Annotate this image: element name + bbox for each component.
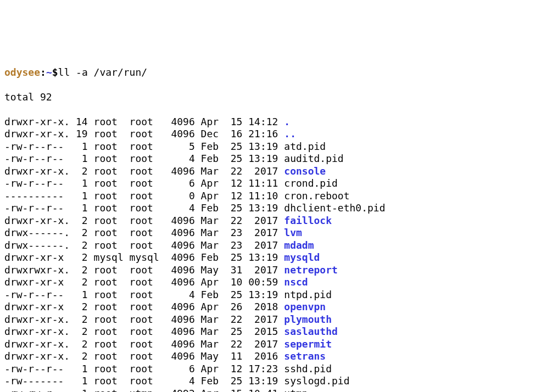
prompt-line-1: odysee:~$ll -a /var/run/: [4, 66, 543, 79]
col-day: 25: [225, 289, 243, 301]
file-name: dhclient-eth0.pid: [284, 202, 385, 215]
col-perms: drwxr-xr-x.: [4, 313, 70, 326]
col-time: 2017: [242, 239, 278, 252]
col-links: 1: [70, 153, 88, 165]
col-time: 13:19: [242, 202, 278, 215]
col-owner: root: [94, 375, 130, 388]
col-day: 12: [225, 177, 243, 190]
col-size: 4096: [165, 128, 195, 141]
col-month: Apr: [201, 301, 225, 313]
col-links: 1: [70, 202, 88, 215]
col-time: 13:19: [242, 141, 278, 153]
col-time: 13:19: [242, 289, 278, 301]
col-group: root: [130, 313, 165, 326]
col-month: Mar: [201, 215, 225, 227]
col-size: 4096: [165, 239, 195, 252]
listing-row: -rw-r--r--1 rootroot4 Feb2513:19 auditd.…: [4, 153, 543, 165]
col-month: Feb: [201, 141, 225, 153]
col-perms: drwxr-xr-x: [4, 251, 70, 264]
col-month: Apr: [201, 116, 225, 128]
col-links: 2: [70, 276, 88, 289]
col-day: 10: [225, 276, 243, 289]
col-perms: drwxr-xr-x.: [4, 350, 70, 363]
col-month: Apr: [201, 177, 225, 190]
col-size: 6: [165, 363, 195, 376]
col-time: 2016: [242, 350, 278, 363]
col-owner: root: [94, 227, 130, 239]
prompt-host: odysee: [4, 66, 40, 78]
col-time: 13:19: [242, 153, 278, 165]
listing-row: drwxr-xr-x.2 rootroot4096 Mar222017 sepe…: [4, 338, 543, 351]
file-name: auditd.pid: [284, 153, 343, 165]
col-day: 15: [225, 116, 243, 128]
file-name: crond.pid: [284, 177, 338, 190]
col-group: root: [130, 202, 165, 215]
col-links: 2: [70, 215, 88, 227]
col-month: Feb: [201, 202, 225, 215]
col-owner: root: [94, 313, 130, 326]
directory-name: mdadm: [284, 239, 314, 252]
directory-name: console: [284, 165, 326, 178]
col-day: 25: [225, 375, 243, 388]
prompt-sep2: $: [52, 66, 58, 78]
directory-name: nscd: [284, 276, 308, 289]
listing-row: -rw-r--r--1 rootroot6 Apr1211:11 crond.p…: [4, 177, 543, 190]
directory-name: .: [284, 116, 290, 128]
col-owner: root: [94, 128, 130, 141]
col-group: mysql: [130, 251, 165, 264]
col-group: root: [130, 153, 165, 165]
directory-name: mysqld: [284, 251, 320, 264]
listing-row: drwxr-xr-x2 rootroot4096 Apr1000:59 nscd: [4, 276, 543, 289]
col-links: 2: [70, 301, 88, 313]
file-name: syslogd.pid: [284, 375, 349, 388]
col-group: root: [130, 128, 165, 141]
col-owner: root: [94, 239, 130, 252]
col-perms: drwxr-xr-x.: [4, 338, 70, 351]
col-perms: -rw-r--r--: [4, 202, 70, 215]
listing-row: -rw-r--r--1 rootroot6 Apr1217:23 sshd.pi…: [4, 363, 543, 376]
col-size: 6: [165, 177, 195, 190]
directory-name: netreport: [284, 264, 338, 277]
col-owner: root: [94, 153, 130, 165]
col-month: Dec: [201, 128, 225, 141]
col-perms: -rw-r--r--: [4, 141, 70, 153]
col-day: 15: [225, 388, 243, 393]
col-group: root: [130, 227, 165, 239]
file-name: sshd.pid: [284, 363, 332, 376]
col-time: 2015: [242, 326, 278, 338]
col-day: 25: [225, 141, 243, 153]
directory-name: ..: [284, 128, 296, 141]
col-group: root: [130, 301, 165, 313]
col-links: 2: [70, 313, 88, 326]
listing-row: ----------1 rootroot0 Apr1211:10 cron.re…: [4, 190, 543, 203]
col-day: 26: [225, 301, 243, 313]
col-group: root: [130, 350, 165, 363]
col-group: root: [130, 116, 165, 128]
prompt-sep1: :: [40, 66, 46, 78]
col-day: 25: [225, 326, 243, 338]
listing-row: drwxr-xr-x.2 rootroot4096 Mar252015 sasl…: [4, 326, 543, 338]
col-month: Feb: [201, 289, 225, 301]
col-size: 4096: [165, 165, 195, 178]
col-perms: -rw-r--r--: [4, 363, 70, 376]
file-name: cron.reboot: [284, 190, 349, 203]
listing-row: -rw-r--r--1 rootroot4 Feb2513:19 dhclien…: [4, 202, 543, 215]
col-time: 13:19: [242, 375, 278, 388]
col-day: 12: [225, 190, 243, 203]
col-perms: -rw-rw-r--: [4, 388, 70, 393]
col-links: 2: [70, 227, 88, 239]
col-size: 4: [165, 289, 195, 301]
col-day: 22: [225, 215, 243, 227]
col-size: 4096: [165, 350, 195, 363]
directory-name: plymouth: [284, 313, 332, 326]
col-group: root: [130, 215, 165, 227]
col-group: root: [130, 338, 165, 351]
col-group: root: [130, 289, 165, 301]
col-links: 2: [70, 338, 88, 351]
col-time: 21:16: [242, 128, 278, 141]
col-perms: -rw-r--r--: [4, 153, 70, 165]
col-links: 2: [70, 264, 88, 277]
col-time: 17:23: [242, 363, 278, 376]
command-text: ll -a /var/run/: [58, 66, 148, 78]
col-time: 2017: [242, 264, 278, 277]
